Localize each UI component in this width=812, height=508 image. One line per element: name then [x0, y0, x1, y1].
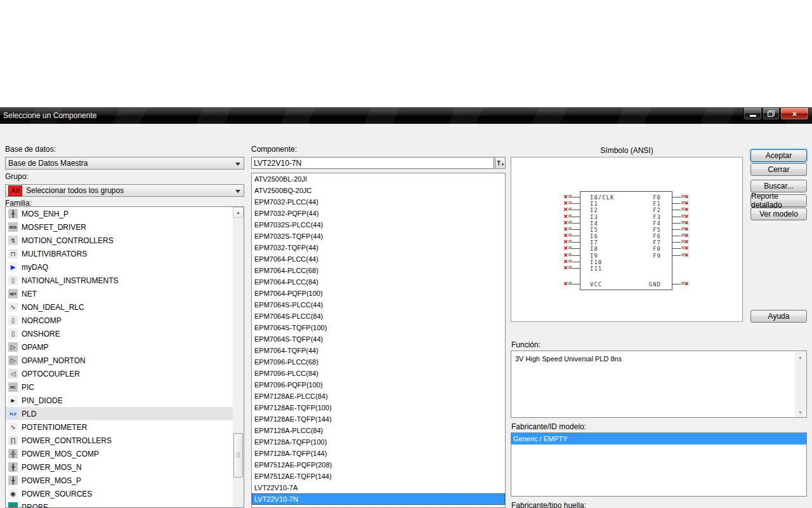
component-item[interactable]: LVT22V10B7A — [252, 505, 505, 508]
pin-line — [672, 284, 681, 284]
family-item-mos_enh_p[interactable]: ╂MOS_ENH_P — [6, 207, 244, 220]
close-button[interactable]: × — [780, 108, 809, 120]
family-item-power_mos_comp[interactable]: ╬POWER_MOS_COMP — [6, 447, 244, 460]
component-item[interactable]: EPM7128A-TQFP(100) — [252, 436, 505, 448]
filter-button[interactable]: ▾ — [495, 157, 506, 169]
family-item-label: myDAQ — [22, 263, 48, 272]
component-item[interactable]: EPM7096-PLCC(68) — [252, 356, 505, 368]
family-item-national_instruments[interactable]: ▯NATIONAL_INSTRUMENTS — [6, 274, 244, 287]
family-item-motion_controllers[interactable]: ↯MOTION_CONTROLLERS — [6, 234, 244, 247]
family-item-pin_diode[interactable]: ►PIN_DIODE — [6, 394, 244, 407]
restore-button[interactable] — [763, 108, 780, 120]
chevron-down-icon: ▾ — [502, 162, 504, 166]
family-multivibrators-icon: ⊓ — [8, 249, 18, 258]
family-mos_enh_p-icon: ╂ — [8, 209, 18, 218]
family-item-norcomp[interactable]: ▯NORCOMP — [6, 314, 244, 327]
family-item-optocoupler[interactable]: ◁OPTOCOUPLER — [6, 367, 244, 380]
family-item-multivibrators[interactable]: ⊓MULTIVIBRATORS — [6, 247, 244, 260]
component-item[interactable]: EPM7096-PQFP(100) — [252, 379, 505, 391]
help-button[interactable]: Ayuda — [750, 310, 807, 323]
family-item-power_mos_n[interactable]: ╂POWER_MOS_N — [6, 460, 244, 474]
pin-line — [572, 229, 580, 230]
family-scrollbar-thumb[interactable] — [233, 433, 243, 478]
component-item[interactable]: EPM7128AE-PLCC(84) — [252, 391, 505, 402]
pin-label: I4 — [590, 220, 598, 227]
accept-button[interactable]: Aceptar — [750, 149, 807, 162]
component-item[interactable]: EPM7064-PLCC(84) — [252, 276, 505, 288]
component-item[interactable]: EPM7032-PLCC(44) — [252, 196, 505, 208]
component-item[interactable]: EPM7064S-PLCC(84) — [252, 311, 505, 322]
family-scrollbar[interactable]: ▲ — [233, 207, 244, 507]
function-scrollbar[interactable]: ▲ ▼ — [795, 352, 806, 418]
family-item-pic[interactable]: PICPIC — [6, 380, 244, 394]
scroll-up-icon[interactable]: ▲ — [795, 352, 806, 363]
family-item-pld[interactable]: PLDPLD — [6, 407, 244, 420]
pin-label: F1 — [653, 201, 661, 207]
family-mosfet_driver-icon: MOS — [8, 222, 18, 232]
component-item[interactable]: EPM7128A-TQFP(144) — [252, 448, 505, 459]
pin-line — [672, 203, 681, 204]
component-label: Componente: — [251, 145, 297, 154]
component-item[interactable]: EPM7064-PLCC(44) — [252, 253, 505, 265]
family-item-opamp[interactable]: ▷OPAMP — [6, 340, 244, 354]
pin-label: I8 — [590, 246, 598, 252]
component-item[interactable]: EPM7512AE-PQFP(208) — [252, 459, 505, 471]
component-item[interactable]: EPM7064S-TQFP(44) — [252, 333, 505, 345]
pin-cross-icon: ✕ — [684, 281, 689, 287]
pin-label: VCC — [590, 281, 602, 288]
family-power_mos_comp-icon: ╬ — [8, 449, 18, 458]
family-norcomp-icon: ▯ — [8, 316, 18, 325]
family-item-probe[interactable]: ●PROBE — [6, 500, 244, 508]
component-item[interactable]: EPM7032-PQFP(44) — [252, 208, 505, 219]
family-item-label: POWER_SOURCES — [22, 490, 92, 498]
component-item[interactable]: ATV2500BQ-20JC — [252, 185, 505, 196]
component-item[interactable]: EPM7128A-PLCC(84) — [252, 425, 505, 436]
component-item[interactable]: EPM7064-PQFP(100) — [252, 288, 505, 299]
family-item-potentiometer[interactable]: ∿POTENTIOMETER — [6, 420, 244, 434]
view-model-button[interactable]: Ver modelo — [750, 208, 807, 220]
search-button[interactable]: Buscar... — [750, 180, 807, 192]
family-item-mosfet_driver[interactable]: MOSMOSFET_DRIVER — [6, 220, 244, 234]
component-item[interactable]: EPM7096-PLCC(84) — [252, 368, 505, 379]
component-item[interactable]: EPM7064S-PLCC(44) — [252, 299, 505, 311]
family-item-onshore[interactable]: ▯ONSHORE — [6, 327, 244, 340]
pin-label: F5 — [653, 227, 661, 233]
minimize-button[interactable] — [743, 108, 762, 120]
component-item[interactable]: LVT22V10-7N — [252, 493, 505, 505]
family-item-power_mos_p[interactable]: ╂POWER_MOS_P — [6, 474, 244, 487]
component-item[interactable]: LVT22V10-7A — [252, 482, 505, 493]
scroll-down-icon[interactable]: ▼ — [795, 407, 806, 418]
component-item[interactable]: EPM7128AE-TQFP(144) — [252, 413, 505, 425]
database-combobox[interactable]: Base de Datos Maestra — [5, 157, 244, 170]
component-item[interactable]: EPM7032-TQFP(44) — [252, 242, 505, 253]
family-item-mydaq[interactable]: ▶myDAQ — [6, 260, 244, 274]
component-input[interactable] — [251, 157, 494, 169]
component-item[interactable]: EPM7512AE-TQFP(144) — [252, 471, 505, 482]
family-item-label: PROBE — [22, 503, 48, 508]
family-item-label: OPAMP — [22, 343, 48, 352]
family-item-power_controllers[interactable]: ∏POWER_CONTROLLERS — [6, 434, 244, 447]
pin-label: I7 — [590, 239, 598, 246]
family-item-net[interactable]: NETNET — [6, 287, 244, 300]
pin-line — [672, 242, 681, 243]
model-item[interactable]: Generic / EMPTY — [511, 433, 806, 444]
scroll-up-icon[interactable]: ▲ — [233, 207, 244, 218]
group-combobox[interactable]: All Seleccionar todos los grupos — [5, 184, 244, 197]
family-item-non_ideal_rlc[interactable]: ∿NON_IDEAL_RLC — [6, 300, 244, 314]
component-item[interactable]: EPM7064-PLCC(68) — [252, 265, 505, 276]
filter-icon — [497, 161, 501, 166]
close-dialog-button[interactable]: Cerrar — [750, 163, 807, 176]
detailed-report-button[interactable]: Reporte detallado — [750, 194, 807, 207]
pin-cross-icon: ✕ — [563, 281, 568, 287]
component-item[interactable]: EPM7032S-PLCC(44) — [252, 219, 505, 231]
component-item[interactable]: EPM7032S-TQFP(44) — [252, 231, 505, 242]
pin-label: I0/CLK — [590, 194, 615, 201]
component-item[interactable]: ATV2500BL-20JI — [252, 173, 505, 185]
component-item[interactable]: EPM7064S-TQFP(100) — [252, 322, 505, 333]
component-item[interactable]: EPM7064-TQFP(44) — [252, 345, 505, 356]
family-item-power_sources[interactable]: ◉POWER_SOURCES — [6, 487, 244, 500]
title-bar[interactable]: Seleccione un Componente × — [0, 107, 812, 124]
family-item-opamp_norton[interactable]: ▷OPAMP_NORTON — [6, 354, 244, 367]
pin-line — [672, 229, 681, 230]
component-item[interactable]: EPM7128AE-TQFP(100) — [252, 402, 505, 413]
